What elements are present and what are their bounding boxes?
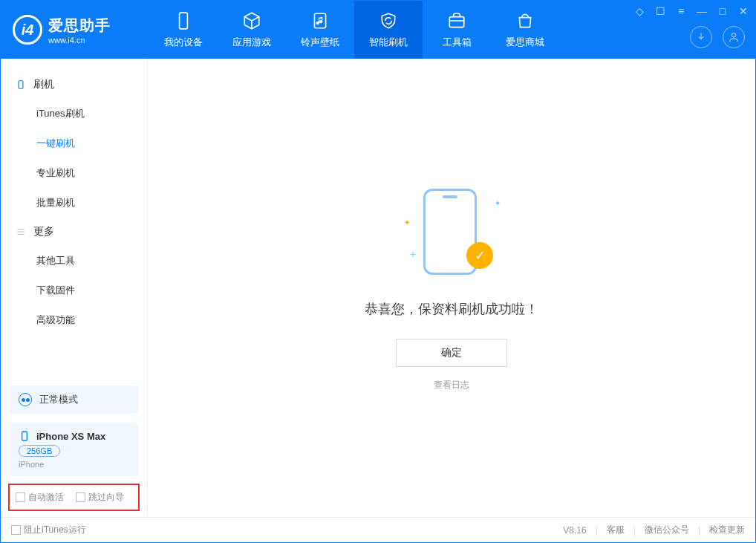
- sidebar-item-download-firmware[interactable]: 下载固件: [1, 276, 147, 305]
- tab-apps[interactable]: 应用游戏: [218, 1, 286, 59]
- briefcase-icon: [446, 10, 467, 31]
- success-message: 恭喜您，保资料刷机成功啦！: [365, 300, 538, 318]
- refresh-shield-icon: [378, 10, 399, 31]
- mode-card[interactable]: 正常模式: [10, 386, 138, 414]
- skin-icon[interactable]: ◇: [633, 5, 645, 17]
- sidebar-group-more: 更多: [1, 218, 147, 246]
- tab-ringtone[interactable]: 铃声壁纸: [286, 1, 354, 59]
- checkbox-skip-guide[interactable]: 跳过向导: [76, 491, 124, 504]
- app-subtitle: www.i4.cn: [48, 36, 111, 45]
- sidebar-group-flash: 刷机: [1, 71, 147, 99]
- tab-toolbox[interactable]: 工具箱: [423, 1, 491, 59]
- device-phone-icon: [19, 430, 30, 442]
- cube-icon: [241, 10, 262, 31]
- menu-icon[interactable]: ≡: [675, 5, 687, 17]
- version-label: V8.16: [563, 525, 586, 536]
- title-bar: i4 爱思助手 www.i4.cn 我的设备 应用游戏 铃声壁纸 智能刷机: [1, 1, 755, 59]
- device-capacity: 256GB: [19, 445, 60, 457]
- logo: i4 爱思助手 www.i4.cn: [1, 1, 149, 59]
- phone-icon: [16, 79, 26, 90]
- tab-smart-flash[interactable]: 智能刷机: [354, 1, 423, 59]
- device-name: iPhone XS Max: [36, 431, 105, 442]
- status-bar: 阻止iTunes运行 V8.16 | 客服 | 微信公众号 | 检查更新: [1, 517, 755, 542]
- device-type: iPhone: [19, 460, 44, 469]
- checkbox-auto-activate[interactable]: 自动激活: [16, 491, 64, 504]
- tab-store[interactable]: 爱思商城: [491, 1, 559, 59]
- phone-icon: [173, 10, 194, 31]
- maximize-button[interactable]: □: [717, 5, 729, 17]
- close-button[interactable]: ✕: [737, 5, 749, 17]
- check-update-link[interactable]: 检查更新: [709, 524, 745, 536]
- sidebar: 刷机 iTunes刷机 一键刷机 专业刷机 批量刷机 更多 其他工具 下载固件 …: [1, 59, 148, 517]
- success-illustration: ✦ ✦ + ✓: [400, 184, 504, 281]
- view-log-link[interactable]: 查看日志: [434, 379, 469, 391]
- sidebar-item-other-tools[interactable]: 其他工具: [1, 246, 147, 276]
- tab-my-device[interactable]: 我的设备: [149, 1, 218, 59]
- svg-point-3: [731, 33, 735, 37]
- app-title: 爱思助手: [48, 16, 111, 36]
- main-content: ✦ ✦ + ✓ 恭喜您，保资料刷机成功啦！ 确定 查看日志: [148, 59, 755, 517]
- checkbox-block-itunes[interactable]: 阻止iTunes运行: [11, 524, 86, 536]
- svg-rect-0: [180, 13, 188, 29]
- mode-icon: [19, 393, 32, 406]
- mode-label: 正常模式: [39, 393, 78, 406]
- bag-icon: [515, 10, 535, 31]
- sidebar-item-itunes-flash[interactable]: iTunes刷机: [1, 99, 147, 129]
- ok-button[interactable]: 确定: [396, 339, 507, 367]
- minimize-button[interactable]: ―: [696, 5, 708, 17]
- svg-rect-4: [19, 81, 23, 89]
- svg-rect-5: [22, 432, 27, 440]
- sidebar-item-batch-flash[interactable]: 批量刷机: [1, 188, 147, 218]
- window-controls: ◇ ☐ ≡ ― □ ✕: [633, 5, 749, 17]
- sidebar-item-pro-flash[interactable]: 专业刷机: [1, 158, 147, 188]
- device-card[interactable]: iPhone XS Max 256GB iPhone: [10, 423, 138, 476]
- user-button[interactable]: [723, 26, 745, 48]
- download-button[interactable]: [690, 26, 712, 48]
- highlighted-checkbox-row: 自动激活 跳过向导: [8, 484, 140, 511]
- list-icon: [16, 227, 26, 237]
- music-note-icon: [310, 10, 330, 31]
- main-tabs: 我的设备 应用游戏 铃声壁纸 智能刷机 工具箱 爱思商城: [149, 1, 559, 59]
- logo-icon: i4: [13, 15, 42, 45]
- feedback-icon[interactable]: ☐: [654, 5, 666, 17]
- wechat-link[interactable]: 微信公众号: [645, 524, 689, 536]
- sidebar-item-advanced[interactable]: 高级功能: [1, 305, 147, 335]
- support-link[interactable]: 客服: [607, 524, 625, 536]
- checkmark-icon: ✓: [466, 242, 493, 269]
- sidebar-item-oneclick-flash[interactable]: 一键刷机: [1, 129, 147, 158]
- svg-rect-2: [449, 17, 464, 27]
